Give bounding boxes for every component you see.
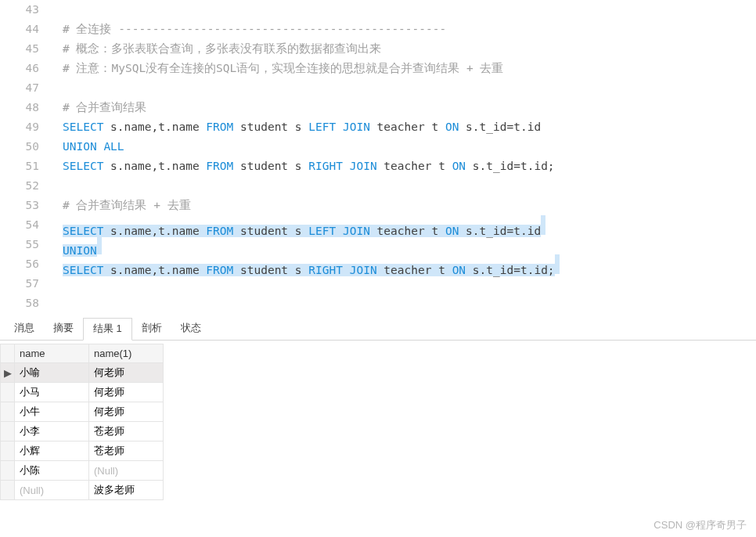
- column-header[interactable]: name(1): [89, 344, 164, 363]
- cell[interactable]: (Null): [15, 481, 89, 500]
- sql-text: s.name,t.name: [103, 160, 206, 172]
- sql-text: s.t_id=t.id: [459, 121, 541, 133]
- tab-状态[interactable]: 状态: [171, 318, 211, 340]
- cell[interactable]: 小喻: [15, 363, 89, 383]
- sql-text: student s: [233, 121, 308, 133]
- result-tabs: 消息摘要结果 1剖析状态: [0, 318, 756, 341]
- sql-comment: # 概念：多张表联合查询，多张表没有联系的数据都查询出来: [63, 42, 381, 55]
- code-line[interactable]: 58: [0, 294, 756, 313]
- tab-剖析[interactable]: 剖析: [132, 318, 171, 340]
- sql-keyword: RIGHT: [308, 160, 343, 172]
- table-row[interactable]: ▶小喻何老师: [1, 363, 164, 383]
- line-number: 53: [0, 196, 49, 215]
- tab-结果 1[interactable]: 结果 1: [83, 318, 132, 341]
- table-row[interactable]: 小牛何老师: [1, 402, 164, 422]
- code-content[interactable]: SELECT s.name,t.name FROM student s RIGH…: [49, 254, 756, 274]
- line-number: 49: [0, 117, 49, 137]
- code-line[interactable]: 56SELECT s.name,t.name FROM student s RI…: [0, 254, 756, 274]
- row-handle[interactable]: [1, 383, 15, 402]
- row-handle[interactable]: [1, 481, 15, 500]
- cell[interactable]: 小李: [15, 422, 89, 441]
- tab-消息[interactable]: 消息: [5, 318, 44, 340]
- line-number: 44: [0, 20, 49, 39]
- table-row[interactable]: 小辉苍老师: [1, 441, 164, 461]
- line-number: 43: [0, 0, 49, 20]
- sql-comment: # 全连接 ----------------------------------…: [63, 23, 446, 35]
- code-line[interactable]: 50UNION ALL: [0, 137, 756, 157]
- sql-text: s.t_id=t.id;: [466, 160, 555, 172]
- code-line[interactable]: 55UNION: [0, 235, 756, 254]
- tab-摘要[interactable]: 摘要: [44, 318, 83, 340]
- code-line[interactable]: 53# 合并查询结果 + 去重: [0, 196, 756, 215]
- sql-text: student s: [233, 160, 308, 172]
- table-row[interactable]: (Null)波多老师: [1, 481, 164, 500]
- cell[interactable]: 苍老师: [89, 441, 164, 461]
- code-line[interactable]: 46# 注意：MySQL没有全连接的SQL语句，实现全连接的思想就是合并查询结果…: [0, 59, 756, 78]
- code-line[interactable]: 43: [0, 0, 756, 20]
- code-content[interactable]: # 合并查询结果: [49, 98, 756, 117]
- code-line[interactable]: 47: [0, 78, 756, 98]
- result-grid[interactable]: namename(1)▶小喻何老师小马何老师小牛何老师小李苍老师小辉苍老师小陈(…: [0, 344, 164, 500]
- code-content[interactable]: SELECT s.name,t.name FROM student s RIGH…: [49, 157, 756, 176]
- code-content[interactable]: UNION: [49, 235, 756, 254]
- code-content[interactable]: SELECT s.name,t.name FROM student s LEFT…: [49, 117, 756, 137]
- cell[interactable]: 小马: [15, 383, 89, 402]
- sql-keyword: UNION: [63, 140, 97, 153]
- table-row[interactable]: 小陈(Null): [1, 461, 164, 481]
- sql-keyword: FROM: [206, 121, 233, 133]
- cell[interactable]: 何老师: [89, 383, 164, 402]
- sql-text: teacher t: [377, 160, 452, 172]
- cell[interactable]: 波多老师: [89, 481, 164, 500]
- sql-text: teacher t: [370, 121, 445, 133]
- sql-comment: # 合并查询结果 + 去重: [63, 199, 191, 211]
- code-line[interactable]: 48# 合并查询结果: [0, 98, 756, 117]
- code-content[interactable]: [49, 78, 756, 98]
- cell[interactable]: 苍老师: [89, 422, 164, 441]
- code-content[interactable]: # 注意：MySQL没有全连接的SQL语句，实现全连接的思想就是合并查询结果 +…: [49, 59, 756, 78]
- row-handle[interactable]: [1, 402, 15, 422]
- code-line[interactable]: 44# 全连接 --------------------------------…: [0, 20, 756, 39]
- code-content[interactable]: [49, 176, 756, 196]
- sql-keyword: FROM: [206, 160, 233, 172]
- code-editor[interactable]: 4344# 全连接 ------------------------------…: [0, 0, 756, 313]
- code-content[interactable]: [49, 0, 756, 20]
- sql-comment: # 注意：MySQL没有全连接的SQL语句，实现全连接的思想就是合并查询结果 +…: [63, 62, 504, 74]
- row-handle[interactable]: ▶: [1, 363, 15, 383]
- code-line[interactable]: 49SELECT s.name,t.name FROM student s LE…: [0, 117, 756, 137]
- code-content[interactable]: # 概念：多张表联合查询，多张表没有联系的数据都查询出来: [49, 39, 756, 59]
- sql-keyword: JOIN: [343, 121, 370, 133]
- code-content[interactable]: UNION ALL: [49, 137, 756, 157]
- code-line[interactable]: 51SELECT s.name,t.name FROM student s RI…: [0, 157, 756, 176]
- cell[interactable]: 小辉: [15, 441, 89, 461]
- sql-keyword: SELECT: [63, 121, 103, 133]
- code-content[interactable]: # 全连接 ----------------------------------…: [49, 20, 756, 39]
- row-handle[interactable]: [1, 441, 15, 461]
- cell[interactable]: 何老师: [89, 402, 164, 422]
- table-row[interactable]: 小马何老师: [1, 383, 164, 402]
- line-number: 54: [0, 215, 49, 235]
- line-number: 52: [0, 176, 49, 196]
- code-content[interactable]: [49, 294, 756, 313]
- sql-text: [336, 121, 343, 133]
- sql-keyword: ALL: [103, 140, 124, 153]
- code-line[interactable]: 45# 概念：多张表联合查询，多张表没有联系的数据都查询出来: [0, 39, 756, 59]
- code-line[interactable]: 52: [0, 176, 756, 196]
- row-handle-header: [1, 344, 15, 363]
- cell[interactable]: 小牛: [15, 402, 89, 422]
- cell[interactable]: 小陈: [15, 461, 89, 481]
- row-handle[interactable]: [1, 422, 15, 441]
- line-number: 55: [0, 235, 49, 254]
- code-line[interactable]: 57: [0, 274, 756, 294]
- code-content[interactable]: # 合并查询结果 + 去重: [49, 196, 756, 215]
- watermark: CSDN @程序奇男子: [653, 518, 747, 532]
- code-line[interactable]: 54SELECT s.name,t.name FROM student s LE…: [0, 215, 756, 235]
- table-row[interactable]: 小李苍老师: [1, 422, 164, 441]
- cell[interactable]: (Null): [89, 461, 164, 481]
- line-number: 50: [0, 137, 49, 157]
- column-header[interactable]: name: [15, 344, 89, 363]
- code-content[interactable]: [49, 274, 756, 294]
- code-content[interactable]: SELECT s.name,t.name FROM student s LEFT…: [49, 215, 756, 235]
- cell[interactable]: 何老师: [89, 363, 164, 383]
- row-handle[interactable]: [1, 461, 15, 481]
- line-number: 51: [0, 157, 49, 176]
